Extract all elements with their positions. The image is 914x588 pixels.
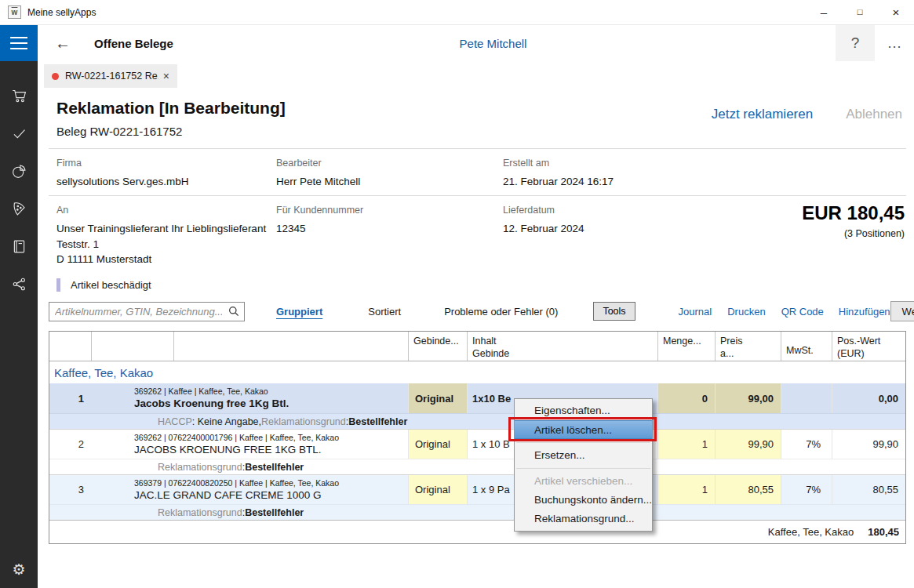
info-row-2: An Unser Trainingslieferant Ihr Liebling… bbox=[49, 196, 906, 274]
tools-button[interactable]: Tools bbox=[593, 302, 635, 321]
cell-mwst: 7% bbox=[781, 430, 832, 459]
context-menu: Eigenschaften... Artikel löschen... Erse… bbox=[514, 398, 653, 532]
row-name: JAC.LE GRAND CAFE CREME 1000 G bbox=[134, 489, 408, 501]
table-subrow: Reklamationsgrund: Bestellfehler bbox=[49, 504, 905, 520]
menu-separator bbox=[516, 442, 650, 443]
share-icon bbox=[11, 276, 27, 292]
menu-item-buchungskonto-aendern[interactable]: Buchungskonto ändern... bbox=[515, 491, 652, 510]
close-button[interactable]: × bbox=[878, 0, 914, 25]
search-input[interactable] bbox=[49, 302, 245, 321]
sidebar: ⚙ bbox=[0, 61, 38, 588]
journal-link[interactable]: Journal bbox=[679, 306, 712, 318]
table-row[interactable]: 3 369379 | 07622400820250 | Kaffee | Kaf… bbox=[49, 474, 905, 504]
field-bearbeiter: Bearbeiter Herr Pete Mitchell bbox=[276, 158, 503, 195]
row-meta: 369262 | Kaffee | Kaffee, Tee, Kakao bbox=[134, 387, 408, 396]
qr-code-link[interactable]: QR Code bbox=[781, 306, 824, 318]
tab-close-icon[interactable]: × bbox=[158, 70, 169, 82]
reject-button[interactable]: Ablehnen bbox=[846, 107, 902, 122]
field-kundennummer: Für Kundennummer 12345 bbox=[276, 205, 503, 274]
table-row[interactable]: 1 369262 | Kaffee | Kaffee, Tee, Kakao J… bbox=[49, 383, 905, 413]
tab-document[interactable]: RW-0221-161752 Re... × bbox=[44, 64, 177, 88]
total-amount: EUR 180,45 bbox=[802, 202, 905, 224]
table-subrow: Reklamationsgrund: Bestellfehler bbox=[49, 459, 905, 474]
app-header: ← Offene Belege Pete Mitchell ? … bbox=[0, 25, 914, 61]
complaint-note: Artikel beschädigt bbox=[56, 276, 906, 293]
cell-menge[interactable]: 1 bbox=[657, 475, 715, 504]
cell-preis[interactable]: 99,90 bbox=[715, 430, 781, 459]
menu-item-ersetzen[interactable]: Ersetzen... bbox=[515, 446, 652, 465]
back-arrow-icon[interactable]: ← bbox=[55, 35, 71, 51]
book-icon bbox=[11, 238, 27, 255]
col-spacer bbox=[91, 332, 173, 361]
help-button[interactable]: ? bbox=[836, 25, 875, 61]
row-position: 2 bbox=[49, 430, 91, 459]
user-name-link[interactable]: Pete Mitchell bbox=[460, 37, 527, 50]
maximize-button[interactable]: □ bbox=[842, 0, 878, 25]
sidebar-item-settings[interactable]: ⚙ bbox=[0, 554, 38, 585]
pie-chart-icon bbox=[11, 163, 27, 180]
cell-preis[interactable]: 99,00 bbox=[715, 383, 781, 413]
check-icon bbox=[11, 125, 27, 142]
col-gebinde[interactable]: Gebinde... bbox=[408, 332, 467, 361]
table-row[interactable]: 2 369262 | 07622400001796 | Kaffee | Kaf… bbox=[49, 429, 905, 459]
cell-menge[interactable]: 0 bbox=[657, 383, 715, 413]
sidebar-item-tasks[interactable] bbox=[0, 118, 38, 149]
row-meta: 369262 | 07622400001796 | Kaffee | Kaffe… bbox=[134, 433, 408, 442]
tab-label: RW-0221-161752 Re... bbox=[65, 71, 158, 82]
minimize-button[interactable]: – bbox=[806, 0, 842, 25]
tab-strip: RW-0221-161752 Re... × bbox=[38, 61, 914, 88]
col-mwst[interactable]: MwSt. bbox=[781, 332, 832, 361]
pizza-icon bbox=[11, 201, 27, 217]
sidebar-item-statistics[interactable] bbox=[0, 155, 38, 187]
more-dropdown-button[interactable]: Weitere bbox=[890, 301, 914, 321]
search-icon[interactable] bbox=[228, 305, 240, 321]
app-logo-icon: w bbox=[8, 5, 21, 19]
cell-gebinde[interactable]: Original bbox=[408, 383, 467, 413]
cell-poswert: 99,90 bbox=[832, 430, 905, 459]
toggle-sorted[interactable]: Sortiert bbox=[368, 306, 401, 318]
menu-item-reklamationsgrund[interactable]: Reklamationsgrund... bbox=[515, 510, 652, 528]
sidebar-item-catalog[interactable] bbox=[0, 230, 38, 262]
col-preis[interactable]: Preis a... bbox=[715, 332, 781, 361]
menu-item-artikel-loeschen[interactable]: Artikel löschen... bbox=[515, 420, 652, 439]
row-name: JACOBS KROENUNG FREE 1KG BTL. bbox=[134, 444, 408, 456]
sidebar-item-network[interactable] bbox=[0, 268, 38, 299]
cell-gebinde[interactable]: Original bbox=[408, 475, 467, 504]
toggle-grouped[interactable]: Gruppiert bbox=[276, 306, 322, 318]
more-dropdown-label: Weitere bbox=[902, 306, 914, 318]
document-total: EUR 180,45 (3 Positionen) bbox=[802, 202, 905, 239]
document-subtitle: Beleg RW-0221-161752 bbox=[56, 125, 897, 138]
col-state bbox=[49, 332, 91, 361]
col-poswert[interactable]: Pos.-Wert (EUR) bbox=[832, 332, 905, 361]
group-footer: Kaffee, Tee, Kakao 180,45 bbox=[49, 520, 905, 543]
menu-item-eigenschaften[interactable]: Eigenschaften... bbox=[515, 401, 652, 420]
row-position: 3 bbox=[49, 475, 91, 504]
sidebar-item-offers[interactable] bbox=[0, 193, 38, 224]
cell-gebinde[interactable]: Original bbox=[408, 430, 467, 459]
add-link[interactable]: Hinzufügen bbox=[839, 306, 890, 318]
field-firma: Firma sellysolutions Serv.ges.mbH bbox=[56, 158, 276, 195]
cart-icon bbox=[11, 88, 27, 104]
cell-poswert: 80,55 bbox=[832, 475, 905, 504]
col-menge[interactable]: Menge... bbox=[657, 332, 715, 361]
group-header[interactable]: Kaffee, Tee, Kakao bbox=[49, 361, 905, 383]
unsaved-dot-icon bbox=[52, 73, 59, 80]
menu-separator bbox=[516, 468, 650, 469]
positions-table: Gebinde... Inhalt Gebinde Menge... Preis… bbox=[49, 331, 906, 544]
sidebar-item-cart[interactable] bbox=[0, 80, 38, 111]
page-title: Offene Belege bbox=[94, 37, 173, 50]
col-inhalt[interactable]: Inhalt Gebinde bbox=[467, 332, 657, 361]
more-options-button[interactable]: … bbox=[875, 25, 914, 61]
note-text: Artikel beschädigt bbox=[71, 279, 151, 291]
row-name: Jacobs Kroenung free 1Kg Btl. bbox=[134, 397, 408, 409]
cell-menge[interactable]: 1 bbox=[657, 430, 715, 459]
hamburger-menu-button[interactable] bbox=[0, 25, 38, 61]
print-link[interactable]: Drucken bbox=[727, 306, 765, 318]
note-bar-icon bbox=[56, 278, 60, 292]
row-position: 1 bbox=[49, 383, 91, 413]
reclaim-now-button[interactable]: Jetzt reklamieren bbox=[712, 107, 813, 122]
problems-filter[interactable]: Probleme oder Fehler (0) bbox=[444, 306, 558, 318]
cell-mwst: 7% bbox=[781, 475, 832, 504]
cell-preis[interactable]: 80,55 bbox=[715, 475, 781, 504]
footer-group-label: Kaffee, Tee, Kakao bbox=[768, 526, 854, 538]
